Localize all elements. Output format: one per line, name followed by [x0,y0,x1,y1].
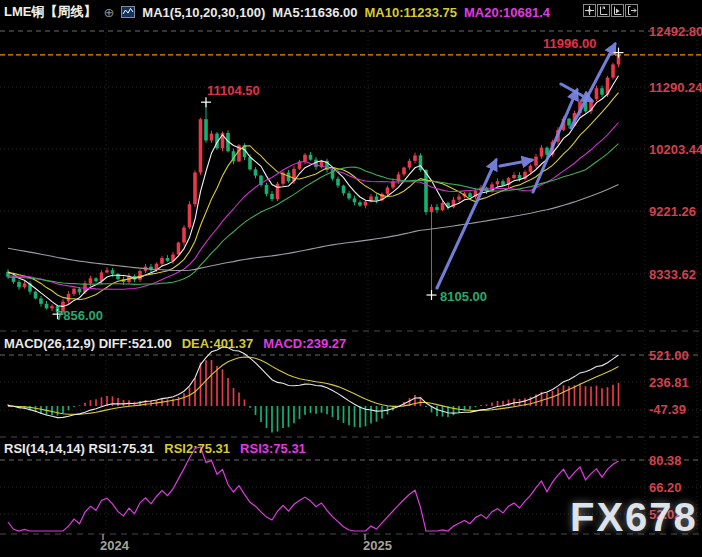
macd-dea-value: DEA:401.37 [182,336,254,351]
axis-scale-left-icon[interactable] [597,4,610,17]
y-axis-label: 9221.26 [649,204,696,219]
x-axis-label-2025: 2025 [363,538,392,553]
start-low-annotation: 7856.00 [56,308,103,323]
y-axis-label: 10203.44 [649,142,702,157]
macd-axis-label: 236.81 [649,375,689,390]
chart-app: LME铜【周线】 ⊕ MA1(5,10,20,30,100) MA5:11636… [0,0,702,557]
symbol-title: LME铜【周线】 [4,3,96,21]
crosshair-toggle-icon[interactable]: ⊕ [103,5,114,20]
ma10-value: MA10:11233.75 [365,5,458,20]
current-price-annotation: 11996.00 [543,36,597,51]
y-axis-label: 11290.24 [649,80,702,95]
rsi-header: RSI(14,14,14) RSI1:75.31 RSI2:75.31 RSI3… [4,441,306,456]
rsi1-value: RSI(14,14,14) RSI1:75.31 [4,441,154,456]
peak-price-annotation: 11104.50 [207,83,260,98]
ma5-value: MA5:11636.00 [272,5,357,20]
macd-axis-label: -47.39 [649,402,686,417]
ma-params-label: MA1(5,10,20,30,100) [142,5,265,20]
macd-value: MACD:239.27 [263,336,346,351]
macd-header: MACD(26,12,9) DIFF:521.00 DEA:401.37 MAC… [4,336,346,351]
x-axis-label-2024: 2024 [100,538,129,553]
y-axis-label: 8333.62 [649,267,696,282]
crosshair-move-icon[interactable] [583,4,596,17]
chart-toolbar [583,4,638,17]
axis-scale-right-icon[interactable] [611,4,624,17]
rsi-axis-label: 66.20 [649,480,682,495]
rsi-axis-label: 80.38 [649,453,682,468]
y-axis-label: 12492.80 [649,24,702,39]
chart-thumbnail-icon[interactable] [121,6,135,18]
crash-low-annotation: 8105.00 [440,289,487,304]
fx678-watermark: FX678 [570,495,698,540]
macd-diff-value: MACD(26,12,9) DIFF:521.00 [4,336,172,351]
candlestick-chart[interactable] [0,0,702,557]
rsi3-value: RSI3:75.31 [240,441,306,456]
chart-header: LME铜【周线】 ⊕ MA1(5,10,20,30,100) MA5:11636… [4,3,550,21]
rsi2-value: RSI2:75.31 [164,441,230,456]
pane-expand-icon[interactable] [625,4,638,17]
ma20-value: MA20:10681.4 [464,5,550,20]
macd-axis-label: 521.00 [649,348,689,363]
